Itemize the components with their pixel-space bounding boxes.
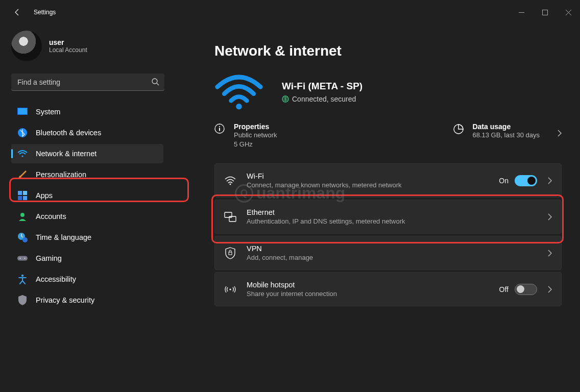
user-profile[interactable]: user Local Account xyxy=(11,31,163,61)
avatar xyxy=(11,31,42,61)
wifi-icon xyxy=(224,175,236,187)
sidebar-item-label: Network & internet xyxy=(36,150,96,158)
sidebar-item-label: Apps xyxy=(36,191,53,200)
shield-lock-icon xyxy=(224,247,236,259)
sidebar-item-bluetooth[interactable]: Bluetooth & devices xyxy=(11,123,163,142)
back-button[interactable] xyxy=(9,8,26,16)
app-title: Settings xyxy=(34,9,56,16)
wifi-toggle-label: On xyxy=(499,177,509,185)
maximize-button[interactable] xyxy=(533,4,557,20)
person-icon xyxy=(17,211,28,222)
brush-icon xyxy=(17,169,28,180)
wifi-card-sub: Connect, manage known networks, metered … xyxy=(247,181,489,189)
sidebar-item-privacy[interactable]: Privacy & security xyxy=(11,290,163,310)
user-account-type: Local Account xyxy=(49,46,87,54)
svg-point-25 xyxy=(230,183,231,185)
svg-rect-5 xyxy=(18,108,27,114)
connection-status: Connected, secured xyxy=(292,95,356,103)
page-title: Network & internet xyxy=(214,43,562,59)
sidebar-item-personalization[interactable]: Personalization xyxy=(11,165,163,184)
vpn-card-sub: Add, connect, manage xyxy=(247,254,537,261)
pie-icon xyxy=(453,124,464,135)
svg-point-16 xyxy=(19,258,20,259)
sidebar-item-time[interactable]: Time & language xyxy=(11,228,163,247)
svg-rect-28 xyxy=(229,252,232,255)
ethernet-icon xyxy=(224,211,236,223)
wifi-icon-large xyxy=(214,74,263,110)
accessibility-icon xyxy=(17,274,28,284)
ethernet-card-title: Ethernet xyxy=(247,208,537,216)
properties-line1: Public network xyxy=(234,131,277,140)
minimize-button[interactable] xyxy=(510,4,533,20)
svg-rect-10 xyxy=(18,196,22,200)
sidebar-item-label: Accessibility xyxy=(36,275,76,283)
svg-rect-8 xyxy=(18,191,22,195)
system-icon xyxy=(17,107,28,117)
sidebar-item-label: System xyxy=(36,108,60,116)
connection-name: Wi-Fi (META - SP) xyxy=(282,81,362,92)
sidebar-item-network[interactable]: Network & internet xyxy=(11,144,163,163)
data-usage-line1: 68.13 GB, last 30 days xyxy=(472,131,540,140)
bluetooth-icon xyxy=(17,128,28,138)
vpn-card-title: VPN xyxy=(247,244,537,253)
svg-point-2 xyxy=(152,79,157,84)
chevron-right-icon xyxy=(557,130,562,137)
hotspot-icon xyxy=(224,283,236,296)
svg-point-7 xyxy=(21,155,23,157)
info-icon xyxy=(214,124,226,135)
sidebar-item-label: Time & language xyxy=(36,233,91,241)
hotspot-toggle-label: Off xyxy=(499,285,509,293)
search-container xyxy=(11,74,164,91)
properties-title: Properties xyxy=(234,122,277,131)
connection-summary: Wi-Fi (META - SP) Connected, secured xyxy=(214,74,562,110)
chevron-right-icon xyxy=(547,286,552,293)
svg-rect-23 xyxy=(219,128,220,131)
sidebar-item-accessibility[interactable]: Accessibility xyxy=(11,270,163,289)
svg-rect-1 xyxy=(542,10,547,15)
properties-line2: 5 GHz xyxy=(234,140,277,149)
vpn-card[interactable]: VPN Add, connect, manage xyxy=(214,236,562,270)
close-button[interactable] xyxy=(557,4,580,20)
search-icon xyxy=(151,78,159,86)
svg-rect-11 xyxy=(23,196,27,200)
sidebar-item-apps[interactable]: Apps xyxy=(11,186,163,205)
search-input[interactable] xyxy=(11,74,164,91)
shield-icon xyxy=(17,295,28,305)
hotspot-card[interactable]: Mobile hotspot Share your internet conne… xyxy=(214,272,562,306)
ethernet-card[interactable]: Ethernet Authentication, IP and DNS sett… xyxy=(214,200,562,234)
svg-point-17 xyxy=(24,258,25,259)
svg-point-18 xyxy=(21,275,23,277)
user-name: user xyxy=(49,38,87,46)
wifi-toggle[interactable] xyxy=(515,175,537,186)
hotspot-card-sub: Share your internet connection xyxy=(247,290,489,298)
chevron-right-icon xyxy=(547,213,552,220)
sidebar-item-label: Bluetooth & devices xyxy=(36,129,101,137)
hotspot-card-title: Mobile hotspot xyxy=(247,281,489,289)
clock-globe-icon xyxy=(17,232,28,242)
svg-point-29 xyxy=(229,288,231,290)
wifi-card-title: Wi-Fi xyxy=(247,172,489,180)
chevron-right-icon xyxy=(547,177,552,184)
sidebar-item-gaming[interactable]: Gaming xyxy=(11,249,163,268)
chevron-right-icon xyxy=(547,250,552,257)
apps-icon xyxy=(17,190,28,201)
sidebar-nav: System Bluetooth & devices Network & int… xyxy=(11,102,163,310)
sidebar-item-system[interactable]: System xyxy=(11,102,163,121)
hotspot-toggle[interactable] xyxy=(515,284,537,295)
globe-icon xyxy=(282,95,289,103)
gamepad-icon xyxy=(17,253,28,263)
properties-block[interactable]: Properties Public network 5 GHz xyxy=(214,122,453,149)
svg-point-19 xyxy=(236,104,242,110)
sidebar-item-label: Gaming xyxy=(36,254,62,262)
svg-point-22 xyxy=(219,126,220,127)
sidebar-item-label: Personalization xyxy=(36,170,86,179)
svg-point-12 xyxy=(20,213,25,217)
data-usage-title: Data usage xyxy=(472,122,540,131)
svg-line-3 xyxy=(157,83,159,85)
wifi-card[interactable]: Wi-Fi Connect, manage known networks, me… xyxy=(214,163,562,198)
wifi-icon xyxy=(17,149,28,159)
sidebar-item-label: Accounts xyxy=(36,212,66,220)
ethernet-card-sub: Authentication, IP and DNS settings, met… xyxy=(247,217,537,225)
data-usage-block[interactable]: Data usage 68.13 GB, last 30 days xyxy=(453,122,562,140)
sidebar-item-accounts[interactable]: Accounts xyxy=(11,207,163,226)
